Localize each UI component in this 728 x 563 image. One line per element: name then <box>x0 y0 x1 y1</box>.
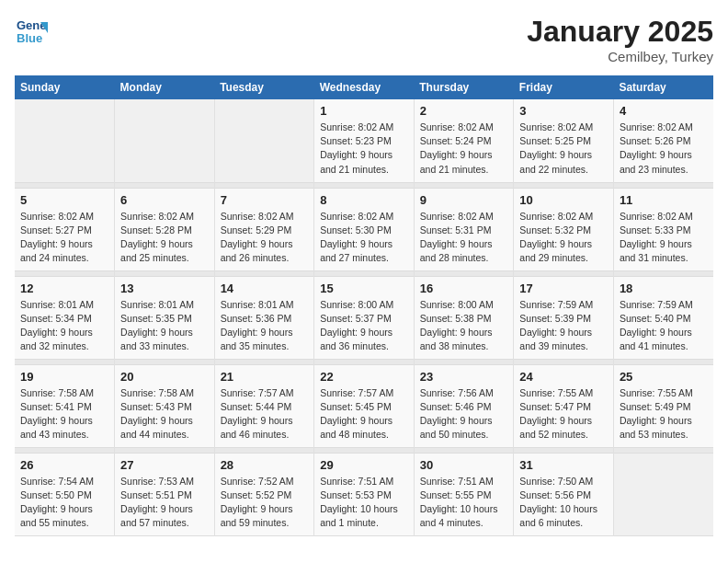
day-number: 1 <box>320 104 408 118</box>
day-detail: Sunrise: 8:02 AMSunset: 5:32 PMDaylight:… <box>519 210 608 266</box>
day-cell: 17Sunrise: 7:59 AMSunset: 5:39 PMDayligh… <box>514 276 614 359</box>
day-cell: 23Sunrise: 7:56 AMSunset: 5:46 PMDayligh… <box>414 364 514 447</box>
day-cell: 12Sunrise: 8:01 AMSunset: 5:34 PMDayligh… <box>15 276 115 359</box>
day-cell: 6Sunrise: 8:02 AMSunset: 5:28 PMDaylight… <box>115 188 215 270</box>
day-detail: Sunrise: 7:58 AMSunset: 5:43 PMDaylight:… <box>120 386 209 442</box>
day-number: 30 <box>420 458 508 472</box>
day-number: 26 <box>20 458 108 472</box>
week-row-3: 12Sunrise: 8:01 AMSunset: 5:34 PMDayligh… <box>15 276 713 359</box>
day-detail: Sunrise: 7:55 AMSunset: 5:47 PMDaylight:… <box>519 386 608 442</box>
day-detail: Sunrise: 8:02 AMSunset: 5:27 PMDaylight:… <box>20 210 108 266</box>
day-detail: Sunrise: 7:52 AMSunset: 5:52 PMDaylight:… <box>221 475 309 531</box>
day-cell: 29Sunrise: 7:51 AMSunset: 5:53 PMDayligh… <box>314 453 415 535</box>
day-detail: Sunrise: 7:54 AMSunset: 5:50 PMDaylight:… <box>20 475 108 531</box>
day-header-monday: Monday <box>115 75 215 99</box>
day-cell: 4Sunrise: 8:02 AMSunset: 5:26 PMDaylight… <box>613 99 713 182</box>
day-detail: Sunrise: 8:01 AMSunset: 5:34 PMDaylight:… <box>20 298 108 354</box>
day-cell: 5Sunrise: 8:02 AMSunset: 5:27 PMDaylight… <box>15 188 115 270</box>
day-cell <box>214 99 314 182</box>
day-detail: Sunrise: 8:02 AMSunset: 5:23 PMDaylight:… <box>320 121 408 177</box>
day-number: 4 <box>620 104 708 118</box>
day-detail: Sunrise: 7:50 AMSunset: 5:56 PMDaylight:… <box>519 475 608 531</box>
day-number: 28 <box>221 458 309 472</box>
week-row-5: 26Sunrise: 7:54 AMSunset: 5:50 PMDayligh… <box>15 453 713 535</box>
location: Cemilbey, Turkey <box>527 49 713 64</box>
day-cell: 9Sunrise: 8:02 AMSunset: 5:31 PMDaylight… <box>414 188 514 270</box>
day-number: 9 <box>420 193 508 207</box>
day-number: 11 <box>620 193 708 207</box>
day-detail: Sunrise: 7:57 AMSunset: 5:44 PMDaylight:… <box>221 386 309 442</box>
day-number: 22 <box>320 370 408 384</box>
days-header-row: SundayMondayTuesdayWednesdayThursdayFrid… <box>15 75 713 99</box>
day-cell: 26Sunrise: 7:54 AMSunset: 5:50 PMDayligh… <box>15 453 115 535</box>
day-number: 15 <box>320 282 408 295</box>
day-number: 10 <box>519 193 608 207</box>
day-detail: Sunrise: 7:53 AMSunset: 5:51 PMDaylight:… <box>120 475 209 531</box>
day-cell: 31Sunrise: 7:50 AMSunset: 5:56 PMDayligh… <box>514 453 614 535</box>
day-detail: Sunrise: 8:02 AMSunset: 5:24 PMDaylight:… <box>420 121 508 177</box>
day-detail: Sunrise: 8:02 AMSunset: 5:29 PMDaylight:… <box>221 210 309 266</box>
day-cell: 24Sunrise: 7:55 AMSunset: 5:47 PMDayligh… <box>514 364 614 447</box>
day-cell: 21Sunrise: 7:57 AMSunset: 5:44 PMDayligh… <box>214 364 314 447</box>
day-cell: 13Sunrise: 8:01 AMSunset: 5:35 PMDayligh… <box>115 276 215 359</box>
day-number: 31 <box>519 458 608 472</box>
day-cell: 14Sunrise: 8:01 AMSunset: 5:36 PMDayligh… <box>214 276 314 359</box>
day-cell: 8Sunrise: 8:02 AMSunset: 5:30 PMDaylight… <box>314 188 415 270</box>
day-number: 17 <box>519 282 608 295</box>
day-cell: 1Sunrise: 8:02 AMSunset: 5:23 PMDaylight… <box>314 99 415 182</box>
day-detail: Sunrise: 7:56 AMSunset: 5:46 PMDaylight:… <box>420 386 508 442</box>
day-cell: 7Sunrise: 8:02 AMSunset: 5:29 PMDaylight… <box>214 188 314 270</box>
day-cell <box>613 453 713 535</box>
day-number: 20 <box>120 370 209 384</box>
day-number: 29 <box>320 458 408 472</box>
calendar-table: SundayMondayTuesdayWednesdayThursdayFrid… <box>15 75 713 536</box>
page-header: General Blue January 2025 Cemilbey, Turk… <box>15 15 713 64</box>
day-number: 8 <box>320 193 408 207</box>
day-number: 12 <box>20 282 108 295</box>
svg-text:Blue: Blue <box>17 31 42 45</box>
day-detail: Sunrise: 8:01 AMSunset: 5:36 PMDaylight:… <box>221 298 309 354</box>
day-detail: Sunrise: 8:02 AMSunset: 5:30 PMDaylight:… <box>320 210 408 266</box>
day-detail: Sunrise: 7:59 AMSunset: 5:40 PMDaylight:… <box>620 298 708 354</box>
day-cell: 20Sunrise: 7:58 AMSunset: 5:43 PMDayligh… <box>115 364 215 447</box>
day-detail: Sunrise: 7:58 AMSunset: 5:41 PMDaylight:… <box>20 386 108 442</box>
day-detail: Sunrise: 7:59 AMSunset: 5:39 PMDaylight:… <box>519 298 608 354</box>
day-detail: Sunrise: 8:00 AMSunset: 5:38 PMDaylight:… <box>420 298 508 354</box>
day-number: 21 <box>221 370 309 384</box>
day-number: 3 <box>519 104 608 118</box>
day-detail: Sunrise: 8:01 AMSunset: 5:35 PMDaylight:… <box>120 298 209 354</box>
day-cell: 2Sunrise: 8:02 AMSunset: 5:24 PMDaylight… <box>414 99 514 182</box>
day-header-saturday: Saturday <box>613 75 713 99</box>
day-number: 27 <box>120 458 209 472</box>
day-number: 2 <box>420 104 508 118</box>
day-detail: Sunrise: 8:02 AMSunset: 5:26 PMDaylight:… <box>620 121 708 177</box>
day-detail: Sunrise: 8:02 AMSunset: 5:33 PMDaylight:… <box>620 210 708 266</box>
day-cell <box>15 99 115 182</box>
day-header-wednesday: Wednesday <box>314 75 415 99</box>
day-header-sunday: Sunday <box>15 75 115 99</box>
logo-icon: General Blue <box>15 15 48 48</box>
day-detail: Sunrise: 8:00 AMSunset: 5:37 PMDaylight:… <box>320 298 408 354</box>
day-number: 19 <box>20 370 108 384</box>
day-number: 13 <box>120 282 209 295</box>
day-cell <box>115 99 215 182</box>
day-detail: Sunrise: 7:57 AMSunset: 5:45 PMDaylight:… <box>320 386 408 442</box>
day-number: 6 <box>120 193 209 207</box>
week-row-2: 5Sunrise: 8:02 AMSunset: 5:27 PMDaylight… <box>15 188 713 270</box>
day-detail: Sunrise: 8:02 AMSunset: 5:31 PMDaylight:… <box>420 210 508 266</box>
day-cell: 30Sunrise: 7:51 AMSunset: 5:55 PMDayligh… <box>414 453 514 535</box>
day-cell: 19Sunrise: 7:58 AMSunset: 5:41 PMDayligh… <box>15 364 115 447</box>
day-header-friday: Friday <box>514 75 614 99</box>
week-row-4: 19Sunrise: 7:58 AMSunset: 5:41 PMDayligh… <box>15 364 713 447</box>
day-cell: 16Sunrise: 8:00 AMSunset: 5:38 PMDayligh… <box>414 276 514 359</box>
day-detail: Sunrise: 7:51 AMSunset: 5:55 PMDaylight:… <box>420 475 508 531</box>
day-number: 7 <box>221 193 309 207</box>
day-cell: 11Sunrise: 8:02 AMSunset: 5:33 PMDayligh… <box>613 188 713 270</box>
day-cell: 18Sunrise: 7:59 AMSunset: 5:40 PMDayligh… <box>613 276 713 359</box>
day-number: 18 <box>620 282 708 295</box>
month-title: January 2025 <box>527 15 713 49</box>
day-header-thursday: Thursday <box>414 75 514 99</box>
day-header-tuesday: Tuesday <box>214 75 314 99</box>
day-number: 25 <box>620 370 708 384</box>
day-detail: Sunrise: 8:02 AMSunset: 5:25 PMDaylight:… <box>519 121 608 177</box>
